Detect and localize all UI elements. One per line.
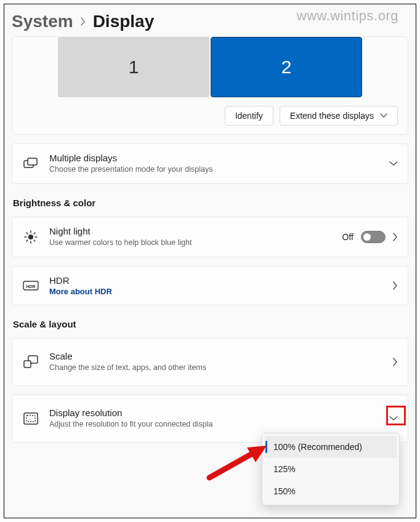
- display-tile-2[interactable]: 2: [211, 37, 362, 97]
- svg-rect-1: [28, 158, 37, 165]
- identify-label: Identify: [235, 111, 263, 121]
- scale-title: Scale: [49, 351, 265, 361]
- scale-option-100[interactable]: 100% (Recommended): [265, 436, 397, 458]
- svg-line-7: [26, 233, 28, 234]
- svg-line-17: [209, 452, 254, 478]
- svg-rect-16: [26, 416, 35, 422]
- breadcrumb-parent[interactable]: System: [12, 12, 73, 31]
- multiple-displays-icon: [22, 158, 39, 170]
- display-arrangement-panel: 1 2 Identify Extend these displays: [12, 36, 408, 135]
- display-tile-1[interactable]: 1: [58, 37, 209, 97]
- night-light-state: Off: [342, 232, 353, 242]
- hdr-row[interactable]: HDR HDR More about HDR: [12, 266, 408, 305]
- scale-icon: [22, 355, 39, 369]
- scale-row[interactable]: Scale Change the size of text, apps, and…: [12, 338, 408, 386]
- display-mode-label: Extend these displays: [290, 111, 374, 121]
- chevron-right-icon: [393, 358, 398, 366]
- chevron-right-icon: [393, 281, 398, 290]
- night-light-sub: Use warmer colors to help block blue lig…: [49, 238, 333, 248]
- svg-line-10: [26, 240, 28, 241]
- annotation-red-box: [386, 406, 406, 425]
- scale-sub: Change the size of text, apps, and other…: [49, 363, 216, 373]
- scale-option-125[interactable]: 125%: [265, 458, 397, 480]
- multiple-displays-sub: Choose the presentation mode for your di…: [49, 164, 379, 175]
- breadcrumb-current: Display: [93, 12, 155, 31]
- resolution-title: Display resolution: [49, 408, 289, 418]
- resolution-sub: Adjust the resolution to fit your connec…: [49, 419, 259, 430]
- svg-line-9: [34, 233, 35, 234]
- scale-option-150[interactable]: 150%: [265, 480, 397, 502]
- resolution-icon: [22, 412, 39, 425]
- night-light-title: Night light: [49, 226, 333, 236]
- chevron-down-icon: [380, 113, 387, 118]
- chevron-down-icon: [389, 161, 398, 166]
- night-light-icon: [22, 230, 39, 244]
- identify-button[interactable]: Identify: [225, 106, 273, 126]
- multiple-displays-title: Multiple displays: [49, 153, 379, 163]
- brightness-color-heading: Brightness & color: [13, 198, 408, 208]
- annotation-arrow-icon: [206, 444, 268, 481]
- hdr-more-link[interactable]: More about HDR: [49, 287, 383, 296]
- svg-text:HDR: HDR: [26, 284, 35, 288]
- chevron-right-icon: [393, 233, 398, 241]
- scale-dropdown: 100% (Recommended) 125% 150%: [262, 433, 400, 505]
- watermark-text: www.wintips.org: [297, 8, 398, 24]
- night-light-row[interactable]: Night light Use warmer colors to help bl…: [12, 217, 408, 257]
- svg-rect-14: [24, 361, 31, 367]
- svg-line-8: [34, 240, 35, 241]
- scale-layout-heading: Scale & layout: [13, 319, 408, 329]
- svg-point-2: [28, 235, 33, 239]
- chevron-right-icon: [79, 17, 87, 26]
- hdr-title: HDR: [49, 275, 383, 286]
- display-mode-dropdown[interactable]: Extend these displays: [280, 106, 398, 126]
- night-light-toggle[interactable]: [361, 231, 386, 243]
- multiple-displays-row[interactable]: Multiple displays Choose the presentatio…: [12, 143, 408, 184]
- hdr-icon: HDR: [22, 281, 39, 291]
